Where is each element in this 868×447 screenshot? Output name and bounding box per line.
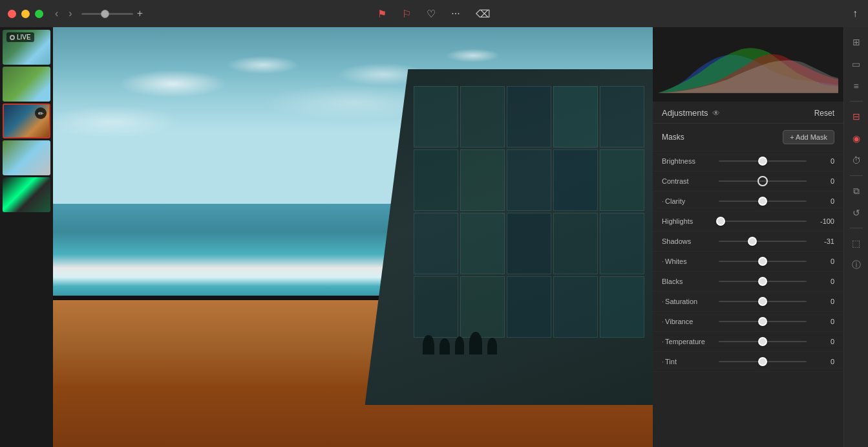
slider-track-blacks [719,281,807,282]
nav-back-button[interactable]: ‹ [51,5,62,22]
grid-icon[interactable]: ⊞ [847,32,866,52]
flag-red-button[interactable]: ⚑ [375,5,389,23]
slider-track-saturation [719,301,807,302]
slider-track-wrap-shadows[interactable] [719,235,807,247]
slider-track-wrap-saturation[interactable] [719,296,807,307]
sliders-icon[interactable]: ≡ [847,76,866,96]
slider-thumb-contrast[interactable] [757,176,768,186]
slider-label-tint: Tint [662,358,714,365]
adjustments-title-text: Adjustments [662,108,708,118]
slider-label-vibrance: Vibrance [662,318,714,325]
thumbnail-5[interactable] [3,177,50,212]
glass-panel [507,213,551,274]
slider-thumb-clarity[interactable] [758,197,767,206]
slider-thumb-brightness[interactable] [758,157,767,166]
clock-icon[interactable]: ⏱ [847,151,866,170]
slider-label-shadows: Shadows [662,237,714,245]
layers-icon[interactable]: ⧉ [847,181,866,201]
mask-icon[interactable]: ◉ [847,129,866,148]
glass-panel [553,213,598,274]
zoom-track [81,13,133,15]
dashed-rect-icon[interactable]: ⬚ [847,234,866,253]
slider-value-brightness: 0 [812,157,834,165]
slider-value-tint: 0 [812,358,834,365]
slider-track-wrap-brightness[interactable] [719,155,807,167]
thumbnail-1[interactable]: LIVE [3,30,50,65]
glass-panel [460,86,505,147]
slider-track-clarity [719,201,807,202]
slider-track-wrap-whites[interactable] [719,256,807,267]
add-mask-button[interactable]: + Add Mask [783,130,834,144]
thumbnail-strip: LIVE ✏ [0,27,53,447]
slider-label-clarity: Clarity [662,197,714,205]
slider-track-wrap-clarity[interactable] [719,195,807,207]
slider-track-wrap-blacks[interactable] [719,276,807,287]
trash-button[interactable]: ⌫ [473,5,493,23]
sliders-container: Brightness0Contrast0Clarity0Highlights-1… [653,151,843,372]
thumbnail-3[interactable]: ✏ [3,104,50,138]
slider-track-wrap-vibrance[interactable] [719,316,807,327]
slider-thumb-tint[interactable] [758,357,767,366]
slider-row-saturation: Saturation0 [653,292,843,312]
slider-track-whites [719,261,807,262]
glass-panel [414,213,458,274]
slider-track-wrap-temperature[interactable] [719,336,807,347]
minimize-button[interactable] [21,10,30,18]
slider-label-saturation: Saturation [662,298,714,305]
slider-track-wrap-contrast[interactable] [719,175,807,187]
slider-thumb-highlights[interactable] [716,217,725,226]
glass-panel [507,86,551,147]
slider-thumb-vibrance[interactable] [758,317,767,326]
more-button[interactable]: ··· [449,5,462,22]
nav-forward-button[interactable]: › [65,5,76,22]
visibility-icon[interactable]: 👁 [712,109,720,118]
masks-label: Masks [662,133,684,142]
zoom-plus-button[interactable]: + [137,8,143,19]
adjustments-header: Adjustments 👁 Reset [653,102,843,124]
slider-track-contrast [719,180,807,182]
people-silhouettes [423,287,595,354]
slider-value-shadows: -31 [812,237,834,245]
live-label: LIVE [17,34,31,41]
slider-thumb-blacks[interactable] [758,277,767,286]
slider-thumb-saturation[interactable] [758,297,767,306]
close-button[interactable] [8,10,16,18]
glass-panel [600,213,644,274]
slider-row-shadows: Shadows-31 [653,232,843,252]
glass-panel [600,149,644,211]
histogram-area [653,27,843,102]
info-icon[interactable]: ⓘ [847,256,866,275]
slider-label-whites: Whites [662,257,714,265]
main-image-area[interactable] [53,27,653,447]
adjust-icon[interactable]: ⊟ [847,107,866,126]
slider-row-temperature: Temperature0 [653,332,843,352]
histogram-chart [658,32,838,96]
slider-thumb-whites[interactable] [758,257,767,266]
slider-label-highlights: Highlights [662,217,714,225]
share-button[interactable]: ↑ [850,5,860,22]
reset-button[interactable]: Reset [814,109,834,118]
main-layout: LIVE ✏ [0,27,868,447]
slider-track-wrap-tint[interactable] [719,356,807,367]
glass-panel [507,149,551,211]
adjustments-title: Adjustments 👁 [662,108,720,118]
thumbnail-4[interactable] [3,140,50,175]
maximize-button[interactable] [35,10,43,18]
zoom-slider[interactable]: + [81,8,143,19]
history-icon[interactable]: ↺ [847,203,866,223]
flag-outline-button[interactable]: ⚐ [399,5,414,23]
slider-value-whites: 0 [812,257,834,265]
heart-button[interactable]: ♡ [424,5,438,23]
titlebar: ‹ › + ⚑ ⚐ ♡ ··· ⌫ ↑ [0,0,868,27]
photo-scene [53,27,653,447]
slider-row-tint: Tint0 [653,352,843,372]
nav-buttons: ‹ › [51,5,76,22]
slider-thumb-shadows[interactable] [748,237,757,246]
thumbnail-2[interactable] [3,67,50,102]
image-icon[interactable]: ▭ [847,54,866,74]
slider-value-temperature: 0 [812,338,834,345]
slider-track-wrap-highlights[interactable] [719,215,807,227]
glass-panel [600,276,644,338]
slider-value-clarity: 0 [812,197,834,205]
slider-thumb-temperature[interactable] [758,337,767,346]
